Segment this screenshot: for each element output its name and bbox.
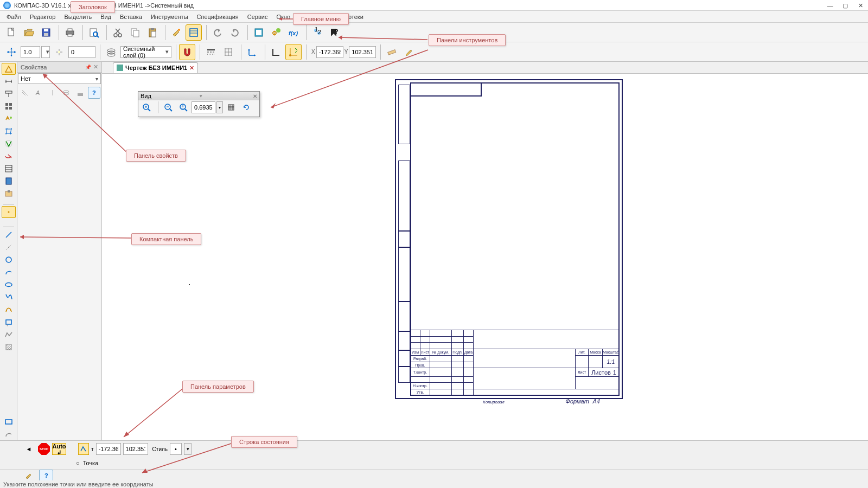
copy-button[interactable] — [127, 24, 143, 41]
insert-icon[interactable] — [2, 188, 16, 200]
style-dropdown[interactable]: ▾ — [184, 443, 192, 455]
circle-icon[interactable] — [2, 254, 16, 266]
preview-button[interactable] — [86, 24, 102, 41]
grid-button[interactable] — [220, 44, 237, 60]
angle-input[interactable] — [68, 46, 95, 58]
zoom-in-icon[interactable] — [139, 101, 154, 113]
param-icon[interactable] — [2, 125, 16, 137]
ortho-button[interactable] — [268, 44, 284, 60]
variables-button[interactable]: ⚙ — [268, 24, 284, 41]
dimension-icon[interactable] — [2, 75, 16, 87]
param-nav-back[interactable]: ◄ — [22, 443, 36, 455]
prop-text-icon[interactable]: A — [33, 87, 46, 99]
close-button[interactable]: ✕ — [853, 0, 868, 11]
menu-file[interactable]: Файл — [2, 12, 25, 21]
spellcheck-button[interactable]: 12 — [309, 24, 326, 41]
cursor-step-icon[interactable] — [3, 44, 20, 60]
brush-icon[interactable] — [22, 470, 36, 481]
save-button[interactable] — [38, 24, 54, 41]
snap-button[interactable] — [179, 44, 195, 60]
refresh-icon[interactable] — [239, 101, 253, 113]
hatch-icon[interactable] — [2, 341, 16, 353]
undo-button[interactable] — [209, 24, 226, 41]
coord-mode-button[interactable] — [78, 443, 89, 455]
cut-button[interactable] — [110, 24, 126, 41]
new-button[interactable] — [3, 24, 20, 41]
edit-button[interactable] — [401, 44, 417, 60]
tab-close-icon[interactable]: ✕ — [189, 65, 194, 72]
step-dropdown[interactable] — [41, 46, 50, 58]
menu-edit[interactable]: Редактор — [25, 12, 60, 21]
fx-button[interactable]: f(x) — [285, 24, 302, 41]
ellipse-icon[interactable] — [2, 279, 16, 291]
edit-icon[interactable] — [2, 113, 16, 125]
menu-insert[interactable]: Вставка — [116, 12, 146, 21]
aux-line-icon[interactable] — [2, 241, 16, 253]
prop-info-icon[interactable] — [74, 87, 87, 99]
point-icon[interactable] — [2, 206, 16, 218]
prop-tool-3[interactable] — [46, 87, 59, 99]
prop-layers-icon[interactable] — [60, 87, 73, 99]
auto-button[interactable]: Auto↲ — [52, 443, 66, 455]
round-button[interactable] — [285, 44, 302, 60]
manager-button[interactable] — [251, 24, 267, 41]
step-input[interactable] — [21, 46, 40, 58]
construction-icon[interactable] — [2, 100, 16, 112]
select-icon[interactable] — [2, 150, 16, 162]
layer-combo[interactable]: Системный слой (0) — [120, 46, 171, 58]
view-panel-close[interactable]: ✕ — [253, 93, 257, 99]
menu-view[interactable]: Вид — [96, 12, 116, 21]
layer-icon[interactable] — [103, 44, 119, 60]
menu-window[interactable]: Окно — [272, 12, 295, 21]
measure-button[interactable] — [384, 44, 400, 60]
style-preview[interactable]: • — [170, 443, 182, 455]
pin-icon[interactable]: 📌 — [85, 65, 91, 70]
zoom-dropdown[interactable]: ▾ — [216, 101, 223, 113]
zoom-fit-icon[interactable] — [224, 101, 238, 113]
notation-icon[interactable] — [2, 88, 16, 100]
param-y-input[interactable] — [123, 443, 148, 455]
format-painter-button[interactable] — [168, 24, 184, 41]
local-cs-button[interactable] — [244, 44, 260, 60]
coord-x[interactable] — [316, 46, 343, 58]
rect-tool-icon[interactable] — [2, 416, 16, 428]
bezier-icon[interactable] — [2, 304, 16, 316]
view-panel[interactable]: Вид▾✕ ± ▾ — [138, 91, 260, 117]
menu-select[interactable]: Выделить — [60, 12, 96, 21]
zoom-scale-icon[interactable]: ± — [176, 101, 190, 113]
tab-drawing[interactable]: Чертеж БЕЗ ИМЕНИ1 ✕ — [113, 62, 198, 73]
spline-icon[interactable] — [2, 291, 16, 303]
stop-button[interactable]: STOP — [38, 443, 50, 455]
properties-filter[interactable]: Нет — [18, 73, 101, 84]
menu-service[interactable]: Сервис — [243, 12, 272, 21]
whatsthis-button[interactable]: ? — [327, 24, 343, 41]
arc-icon[interactable] — [2, 266, 16, 278]
polyline-icon[interactable] — [2, 329, 16, 341]
help-icon[interactable]: ? — [39, 470, 53, 481]
properties-button[interactable] — [186, 24, 202, 41]
spec-icon[interactable] — [2, 163, 16, 175]
prop-help-icon[interactable]: ? — [88, 87, 101, 99]
report-icon[interactable] — [2, 175, 16, 187]
maximize-button[interactable]: ▢ — [838, 0, 853, 11]
linetype-button[interactable] — [203, 44, 219, 60]
arc-tool-icon[interactable] — [2, 428, 16, 440]
minimize-button[interactable]: — — [822, 0, 838, 11]
paste-button[interactable] — [144, 24, 161, 41]
close-panel-icon[interactable]: ✕ — [93, 63, 98, 70]
menu-spec[interactable]: Спецификация — [193, 12, 243, 21]
prop-tool-1[interactable] — [18, 87, 31, 99]
param-x-input[interactable] — [96, 443, 121, 455]
geometry-icon[interactable] — [2, 63, 16, 75]
rect-icon[interactable] — [2, 316, 16, 328]
measure-icon[interactable] — [2, 138, 16, 150]
angle-step-icon[interactable] — [51, 44, 67, 60]
print-button[interactable] — [62, 24, 78, 41]
coord-y[interactable] — [349, 46, 376, 58]
zoom-out-icon[interactable] — [161, 101, 175, 113]
menu-tools[interactable]: Инструменты — [146, 12, 193, 21]
line-icon[interactable] — [2, 229, 16, 241]
open-button[interactable] — [21, 24, 37, 41]
redo-button[interactable] — [227, 24, 243, 41]
zoom-input[interactable] — [192, 101, 215, 113]
